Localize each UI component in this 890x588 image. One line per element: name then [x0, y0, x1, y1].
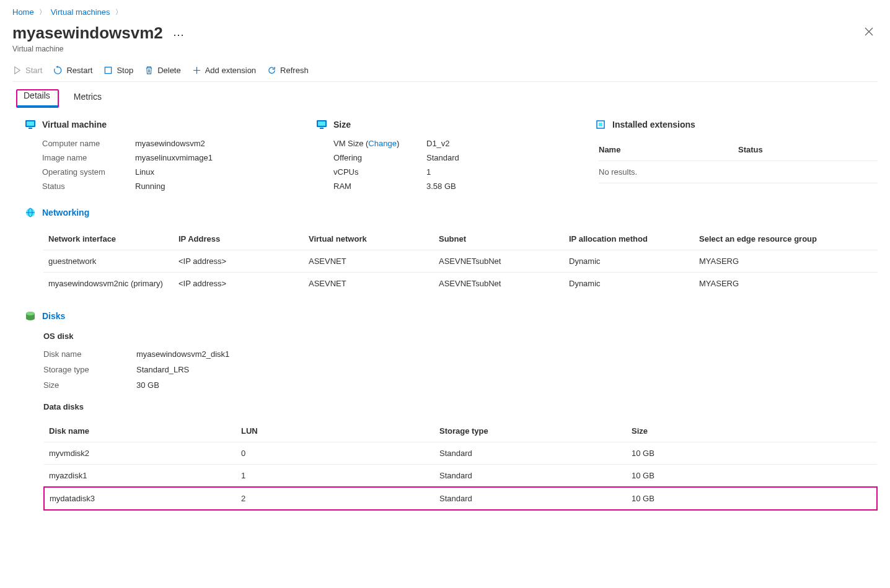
disks-link[interactable]: Disks: [42, 311, 65, 321]
net-header-vnet: Virtual network: [304, 228, 434, 250]
breadcrumb-home[interactable]: Home: [12, 7, 34, 17]
dd-type: Standard: [434, 487, 627, 510]
more-actions-button[interactable]: ⋯: [170, 28, 187, 42]
osdisk-name-label: Disk name: [43, 349, 136, 359]
refresh-label: Refresh: [280, 66, 309, 75]
dd-type: Standard: [434, 442, 627, 465]
stop-icon: [104, 66, 113, 75]
restart-icon: [53, 66, 63, 75]
breadcrumb-vms[interactable]: Virtual machines: [51, 7, 110, 17]
net-header-subnet: Subnet: [434, 228, 564, 250]
vmsize-label: VM Size (Change): [333, 139, 426, 148]
ext-empty-row: No results.: [599, 161, 878, 183]
tabs: Details Metrics: [12, 82, 878, 108]
toolbar: Start Restart Stop Delete Add extension …: [12, 62, 878, 82]
svg-rect-0: [105, 67, 112, 73]
vcpu-label: vCPUs: [333, 167, 426, 177]
change-size-link[interactable]: Change: [368, 139, 397, 148]
start-button[interactable]: Start: [12, 66, 42, 75]
osdisk-type-value: Standard_LRS: [136, 365, 878, 374]
dd-lun: 2: [236, 487, 434, 510]
net-alloc: Dynamic: [564, 273, 694, 295]
status-label: Status: [42, 182, 135, 191]
net-nic: guestnetwork: [43, 250, 174, 273]
ext-header-status: Status: [738, 145, 878, 154]
vm-section: Virtual machine Computer name myasewindo…: [25, 119, 304, 191]
image-name-label: Image name: [42, 153, 135, 162]
computer-name-value: myasewindowsvm2: [135, 139, 304, 148]
ram-label: RAM: [333, 182, 426, 191]
vm-icon: [25, 119, 36, 130]
size-section-title: Size: [333, 120, 351, 129]
tab-details[interactable]: Details: [17, 86, 58, 107]
net-subnet: ASEVNETsubNet: [434, 273, 564, 295]
net-row: guestnetwork <IP address> ASEVNET ASEVNE…: [43, 250, 878, 273]
dd-name: mydatadisk3: [44, 487, 236, 510]
disks-icon: [25, 310, 36, 322]
dd-size: 10 GB: [627, 487, 877, 510]
delete-icon: [144, 66, 154, 75]
delete-button[interactable]: Delete: [144, 66, 181, 75]
chevron-right-icon: 〉: [39, 7, 46, 17]
net-row: myasewindowsvm2nic (primary) <IP address…: [43, 273, 878, 295]
image-name-value: myaselinuxvmimage1: [135, 153, 304, 162]
refresh-button[interactable]: Refresh: [267, 66, 309, 75]
net-header-ip: IP Address: [174, 228, 304, 250]
tab-metrics[interactable]: Metrics: [71, 89, 104, 108]
dd-header-size: Size: [627, 420, 877, 442]
svg-point-12: [26, 312, 35, 315]
breadcrumb: Home 〉 Virtual machines 〉: [12, 7, 878, 17]
osdisk-size-label: Size: [43, 380, 136, 390]
net-erg: MYASERG: [694, 273, 878, 295]
networking-section: Networking Network interface IP Address …: [12, 207, 878, 294]
svg-rect-5: [318, 121, 325, 126]
os-disk-label: OS disk: [43, 331, 878, 341]
vcpu-value: 1: [426, 167, 583, 177]
restart-button[interactable]: Restart: [53, 66, 92, 75]
net-header-nic: Network interface: [43, 228, 174, 250]
plus-icon: [192, 66, 201, 75]
dd-size: 10 GB: [627, 442, 877, 465]
refresh-icon: [267, 66, 276, 75]
delete-label: Delete: [157, 66, 181, 75]
add-extension-button[interactable]: Add extension: [192, 66, 256, 75]
net-alloc: Dynamic: [564, 250, 694, 273]
stop-label: Stop: [117, 66, 133, 75]
net-ip: <IP address>: [174, 273, 304, 295]
status-value: Running: [135, 182, 304, 191]
networking-link[interactable]: Networking: [42, 208, 89, 217]
net-header-alloc: IP allocation method: [564, 228, 694, 250]
osdisk-type-label: Storage type: [43, 365, 136, 374]
extensions-section: Installed extensions Name Status No resu…: [595, 119, 878, 191]
ext-header-name: Name: [599, 145, 738, 154]
net-vnet: ASEVNET: [304, 250, 434, 273]
svg-rect-8: [599, 123, 602, 126]
size-section: Size VM Size (Change) D1_v2 Offering Sta…: [316, 119, 583, 191]
offering-value: Standard: [426, 153, 583, 162]
dd-lun: 1: [236, 465, 434, 488]
disks-section: Disks OS disk Disk name myasewindowsvm2_…: [12, 310, 878, 511]
net-header-erg: Select an edge resource group: [694, 228, 878, 250]
chevron-right-icon: 〉: [115, 7, 122, 17]
stop-button[interactable]: Stop: [104, 66, 133, 75]
svg-rect-6: [320, 128, 324, 129]
extensions-title: Installed extensions: [612, 120, 695, 129]
data-disk-row: myazdisk1 1 Standard 10 GB: [44, 465, 877, 488]
computer-name-label: Computer name: [42, 139, 135, 148]
svg-rect-2: [27, 121, 34, 126]
close-icon: [864, 27, 874, 37]
dd-name: myazdisk1: [44, 465, 236, 488]
dd-name: myvmdisk2: [44, 442, 236, 465]
os-label: Operating system: [42, 167, 135, 177]
osdisk-size-value: 30 GB: [136, 380, 878, 390]
networking-icon: [25, 207, 36, 218]
play-icon: [12, 66, 22, 75]
svg-rect-3: [29, 128, 32, 129]
os-value: Linux: [135, 167, 304, 177]
dd-header-lun: LUN: [236, 420, 434, 442]
close-button[interactable]: [860, 23, 878, 43]
data-disk-row: myvmdisk2 0 Standard 10 GB: [44, 442, 877, 465]
page-subtitle: Virtual machine: [12, 45, 878, 53]
offering-label: Offering: [333, 153, 426, 162]
net-vnet: ASEVNET: [304, 273, 434, 295]
